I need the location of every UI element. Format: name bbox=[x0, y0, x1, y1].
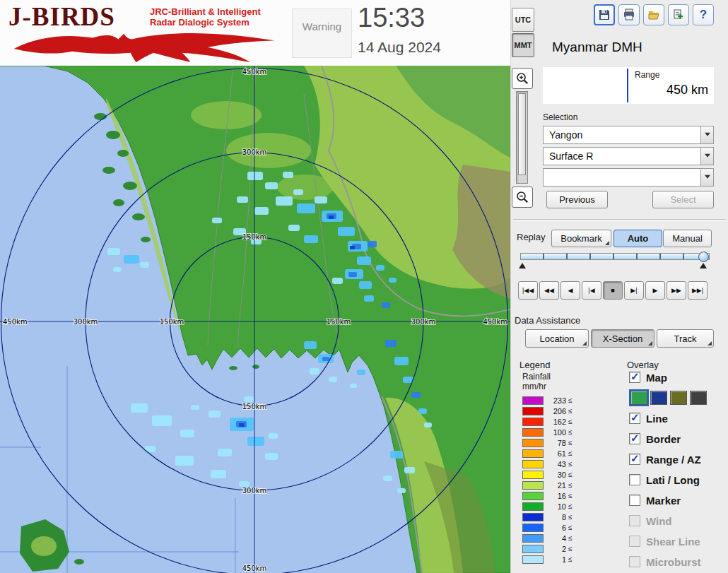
zoom-in-button[interactable] bbox=[512, 68, 533, 89]
legend-value: 30 bbox=[544, 471, 566, 479]
help-button[interactable] bbox=[693, 4, 714, 25]
product-dropdown[interactable]: Surface R bbox=[543, 147, 714, 165]
map-style-palette bbox=[630, 391, 728, 405]
legend-lte-sign: ≤ bbox=[568, 407, 573, 415]
legend-lte-sign: ≤ bbox=[568, 396, 573, 404]
overlay-row-border: Border bbox=[629, 432, 728, 446]
playback-skip-to-start[interactable]: |◀◀ bbox=[518, 281, 538, 300]
overlay-row-map: Map bbox=[629, 370, 728, 384]
legend-value: 43 bbox=[544, 460, 566, 468]
legend-value: 4 bbox=[544, 534, 566, 543]
radar-map[interactable]: 450km 300km 150km 150km 300km 450km 450k… bbox=[0, 66, 510, 573]
print-button[interactable] bbox=[618, 4, 640, 25]
previous-button[interactable]: Previous bbox=[546, 191, 608, 208]
legend-row: 43≤ bbox=[522, 459, 604, 469]
range-value: 450 km bbox=[667, 83, 708, 98]
legend-row: 8≤ bbox=[522, 512, 604, 522]
overlay-panel: MapLineBorderRange / AZLati / LongMarker… bbox=[626, 370, 728, 573]
replay-slider-handle[interactable] bbox=[698, 252, 709, 262]
chevron-down-icon[interactable] bbox=[700, 148, 713, 165]
playback-skip-to-end[interactable]: ▶▶| bbox=[688, 281, 708, 300]
legend-lte-sign: ≤ bbox=[568, 481, 573, 489]
clock-time: 15:33 bbox=[358, 3, 425, 33]
logo-slogan-line1: JRC-Brilliant & Intelligent bbox=[150, 6, 261, 17]
checkbox-range-az[interactable] bbox=[629, 454, 640, 465]
site-dropdown[interactable]: Yangon bbox=[543, 126, 714, 144]
legend-lte-sign: ≤ bbox=[568, 418, 573, 425]
zoom-slider[interactable] bbox=[516, 91, 528, 184]
auto-button[interactable]: Auto bbox=[613, 230, 662, 247]
map-style-swatch-2[interactable] bbox=[650, 391, 667, 405]
location-button[interactable]: Location bbox=[525, 329, 589, 348]
replay-slider-track[interactable] bbox=[520, 253, 710, 260]
legend-swatch bbox=[522, 471, 544, 479]
map-style-swatch-4[interactable] bbox=[690, 391, 707, 405]
playback-controls: |◀◀◀◀◀|◀■▶|▶▶▶▶▶| bbox=[518, 281, 708, 300]
toolbar bbox=[594, 4, 714, 25]
j-birds-app: J-BIRDS JRC-Brilliant & Intelligent Rada… bbox=[0, 0, 728, 573]
replay-label: Replay bbox=[517, 232, 545, 242]
playback-play[interactable]: ▶ bbox=[645, 281, 665, 300]
export-button[interactable] bbox=[668, 4, 689, 25]
legend-swatch bbox=[522, 418, 544, 426]
checkbox-map[interactable] bbox=[629, 372, 640, 383]
open-folder-button[interactable] bbox=[643, 4, 664, 25]
replay-slider[interactable] bbox=[520, 252, 710, 270]
warning-button[interactable]: Warning bbox=[292, 8, 352, 58]
replay-start-marker bbox=[519, 263, 526, 268]
checkbox-border[interactable] bbox=[629, 433, 640, 444]
chevron-down-icon[interactable] bbox=[700, 126, 713, 143]
option-dropdown[interactable] bbox=[543, 168, 714, 187]
overlay-label-shear-line: Shear Line bbox=[646, 536, 700, 548]
logo-title: J-BIRDS bbox=[8, 1, 115, 32]
legend-lte-sign: ≤ bbox=[568, 439, 573, 447]
playback-stop[interactable]: ■ bbox=[603, 281, 623, 300]
legend-value: 6 bbox=[544, 524, 566, 532]
playback-fast-rewind[interactable]: ◀◀ bbox=[539, 281, 559, 300]
legend-lte-sign: ≤ bbox=[568, 460, 573, 468]
legend-row: 2≤ bbox=[522, 543, 604, 554]
legend-value: 1 bbox=[544, 555, 566, 564]
checkbox-line[interactable] bbox=[629, 413, 640, 424]
checkbox-lati-long[interactable] bbox=[629, 474, 640, 485]
zoom-slider-thumb[interactable] bbox=[518, 93, 526, 175]
map-style-swatch-3[interactable] bbox=[670, 391, 687, 405]
legend-value: 10 bbox=[544, 502, 566, 511]
legend-panel: Rainfall mm/hr 233≤206≤162≤100≤78≤61≤43≤… bbox=[518, 372, 604, 573]
svg-text:150km: 150km bbox=[327, 318, 351, 326]
save-button[interactable] bbox=[594, 4, 615, 25]
range-divider bbox=[627, 69, 628, 102]
legend-lte-sign: ≤ bbox=[568, 492, 573, 500]
print-icon bbox=[623, 8, 635, 21]
legend-value: 2 bbox=[544, 545, 566, 553]
legend-value: 61 bbox=[544, 449, 566, 458]
mmt-button[interactable]: MMT bbox=[512, 33, 534, 57]
legend-swatch bbox=[522, 481, 544, 490]
legend-swatch bbox=[522, 396, 544, 405]
legend-value: 78 bbox=[544, 439, 566, 447]
svg-text:300km: 300km bbox=[242, 487, 267, 495]
playback-play-reverse[interactable]: ◀ bbox=[560, 281, 580, 300]
playback-step-forward[interactable]: ▶| bbox=[624, 281, 644, 300]
warning-label: Warning bbox=[303, 20, 341, 33]
manual-button[interactable]: Manual bbox=[663, 230, 712, 247]
checkbox-microburst bbox=[629, 556, 640, 567]
playback-step-back[interactable]: |◀ bbox=[582, 281, 601, 300]
svg-text:150km: 150km bbox=[160, 318, 184, 326]
map-style-swatch-1[interactable] bbox=[630, 391, 647, 405]
playback-fast-forward[interactable]: ▶▶ bbox=[667, 281, 686, 300]
header: J-BIRDS JRC-Brilliant & Intelligent Rada… bbox=[0, 0, 510, 66]
x-section-button[interactable]: X-Section bbox=[591, 329, 654, 348]
select-button[interactable]: Select bbox=[652, 191, 714, 208]
legend-lte-sign: ≤ bbox=[568, 534, 573, 542]
utc-button[interactable]: UTC bbox=[512, 8, 534, 32]
checkbox-marker[interactable] bbox=[629, 495, 640, 506]
zoom-out-button[interactable] bbox=[512, 187, 533, 208]
separator bbox=[513, 219, 725, 220]
logo-slogan: JRC-Brilliant & Intelligent Radar Dialog… bbox=[150, 6, 261, 28]
overlay-label-border: Border bbox=[646, 433, 681, 445]
chevron-down-icon[interactable] bbox=[700, 169, 713, 186]
legend-row: 6≤ bbox=[522, 522, 604, 533]
bookmark-button[interactable]: Bookmark bbox=[551, 230, 611, 247]
track-button[interactable]: Track bbox=[657, 329, 714, 348]
